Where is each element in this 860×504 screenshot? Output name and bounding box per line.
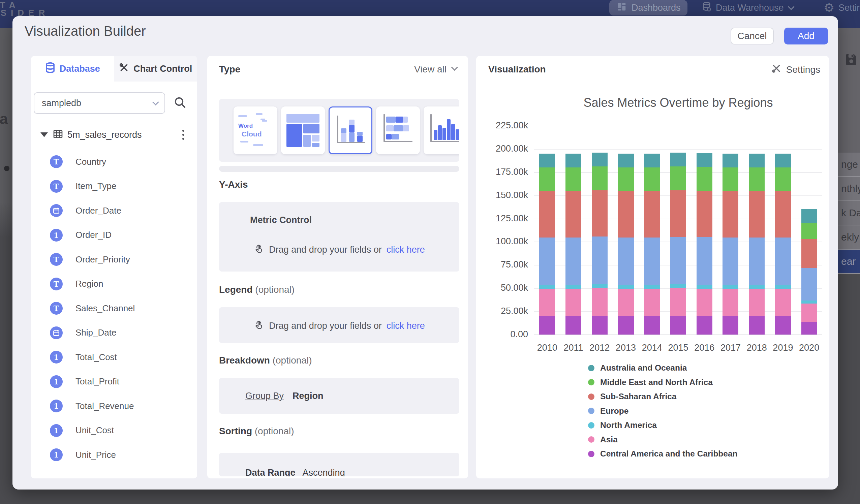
legend-item[interactable]: Sub-Saharan Africa	[588, 392, 738, 401]
search-icon[interactable]	[173, 96, 187, 111]
legend-drop-panel: Drag and drop your fields or click here	[219, 307, 459, 343]
legend-item[interactable]: Central America and the Caribbean	[588, 449, 738, 459]
field-row[interactable]: 1Total_Profit	[31, 370, 197, 394]
field-row[interactable]: 1Total_Revenue	[31, 394, 197, 418]
chart-type-stacked-bar[interactable]	[376, 106, 420, 154]
type-section-title: Type	[219, 64, 240, 75]
caret-down-icon[interactable]	[40, 132, 48, 137]
sorting-panel[interactable]: Data Range Ascending	[219, 453, 459, 476]
bar-segment	[565, 289, 581, 316]
settings-button[interactable]: Settings	[771, 63, 820, 76]
bar-segment	[618, 168, 634, 191]
legend-item[interactable]: North America	[588, 420, 738, 430]
add-button[interactable]: Add	[784, 28, 828, 44]
legend-item[interactable]: Middle East and North Africa	[588, 378, 738, 387]
bar-segment	[618, 289, 634, 316]
text-field-icon: T	[50, 253, 63, 266]
bar-segment	[670, 190, 686, 237]
field-row[interactable]: Ship_Date	[31, 321, 197, 345]
bar-segment	[697, 191, 712, 237]
field-name: Order_Priority	[75, 254, 130, 265]
bar-segment	[775, 191, 791, 237]
bar-segment	[592, 288, 607, 315]
x-axis-tick-label: 2016	[689, 343, 719, 353]
bar-segment	[644, 191, 660, 237]
backdrop-right-strip	[838, 28, 860, 153]
bar-segment	[670, 153, 686, 167]
breakdown-panel: Group By Region	[219, 378, 459, 414]
number-field-icon: 1	[50, 400, 63, 412]
field-row[interactable]: 1Order_ID	[31, 223, 197, 248]
gear-icon: ⚙	[823, 1, 834, 15]
field-row[interactable]: TOrder_Priority	[31, 247, 197, 272]
legend-item[interactable]: Australia and Oceania	[588, 363, 738, 373]
stacked-column-icon	[330, 107, 371, 153]
chart-type-column[interactable]	[424, 106, 459, 154]
chart-type-treemap[interactable]	[281, 106, 325, 154]
field-row[interactable]: TRegion	[31, 272, 197, 297]
visualization-title: Visualization	[488, 64, 546, 75]
x-axis-tick-label: 2012	[584, 343, 615, 353]
legend-color-dot	[588, 408, 594, 414]
stacked-bar	[618, 154, 634, 334]
tab-database[interactable]: Database	[31, 56, 114, 82]
chart-type-word-cloud[interactable]: WordCloud	[233, 106, 277, 154]
bar-segment	[722, 285, 739, 289]
field-name: Order_ID	[75, 230, 112, 240]
nav-dashboards[interactable]: Dashboards	[609, 0, 687, 15]
view-all-dropdown[interactable]: View all	[414, 64, 456, 75]
group-by-link[interactable]: Group By	[245, 391, 284, 401]
x-axis-tick-label: 2011	[558, 343, 589, 353]
field-row[interactable]: 1Total_Cost	[31, 345, 197, 370]
field-row[interactable]: TItem_Type	[31, 174, 197, 199]
bar-segment	[697, 316, 712, 334]
field-name: Sales_Channel	[75, 303, 135, 314]
y-axis-tick-label: 75.00k	[481, 259, 528, 270]
legend-label: Asia	[600, 435, 618, 444]
x-axis-tick-label: 2018	[742, 343, 772, 353]
bar-segment	[749, 237, 765, 285]
stacked-bar	[749, 154, 765, 334]
bar-segment	[801, 209, 817, 223]
bar-segment	[592, 316, 607, 334]
bar-segment	[801, 239, 817, 268]
tab-chart-control[interactable]: Chart Control	[114, 56, 198, 82]
field-row[interactable]: Order_Date	[31, 199, 197, 223]
legend-item[interactable]: Europe	[588, 406, 738, 416]
chart-type-stacked-column[interactable]	[329, 106, 372, 154]
bar-segment	[539, 168, 555, 191]
bar-segment	[801, 301, 817, 303]
click-here-link[interactable]: click here	[387, 321, 425, 331]
bar-segment	[722, 168, 739, 191]
bar-segment	[539, 154, 555, 168]
field-name: Item_Type	[75, 181, 116, 191]
treemap-icon	[281, 106, 325, 154]
y-axis-section-title: Y-Axis	[219, 179, 248, 190]
bar-segment	[644, 168, 660, 191]
gridline	[534, 334, 822, 335]
kebab-menu-icon[interactable]	[176, 127, 190, 142]
bar-chart-plot	[534, 126, 822, 334]
bar-segment	[697, 289, 712, 316]
number-field-icon: 1	[50, 351, 63, 363]
nav-data-warehouse[interactable]: Data Warehouse	[702, 0, 793, 15]
bar-segment	[565, 191, 581, 237]
legend-item[interactable]: Asia	[588, 435, 738, 444]
field-row[interactable]: TSales_Channel	[31, 296, 197, 321]
field-row[interactable]: 1Unit_Price	[31, 443, 197, 467]
nav-settings[interactable]: ⚙ Settings	[823, 0, 860, 15]
settings-button-label: Settings	[786, 64, 820, 75]
bar-segment	[722, 191, 739, 237]
horizontal-scrollbar[interactable]	[219, 166, 459, 172]
drag-drop-text: Drag and drop your fields or	[269, 321, 382, 331]
cancel-button[interactable]: Cancel	[731, 28, 774, 44]
table-tree-row[interactable]: 5m_sales_records	[40, 129, 197, 141]
x-axis-tick-label: 2013	[611, 343, 641, 353]
field-row[interactable]: TCountry	[31, 149, 197, 174]
backdrop-bullet-dot	[4, 166, 10, 171]
legend-label: North America	[600, 420, 657, 430]
click-here-link[interactable]: click here	[387, 245, 425, 255]
field-row[interactable]: 1Unit_Cost	[31, 418, 197, 443]
database-select[interactable]: sampledb	[34, 92, 165, 114]
stacked-bar	[801, 209, 817, 334]
